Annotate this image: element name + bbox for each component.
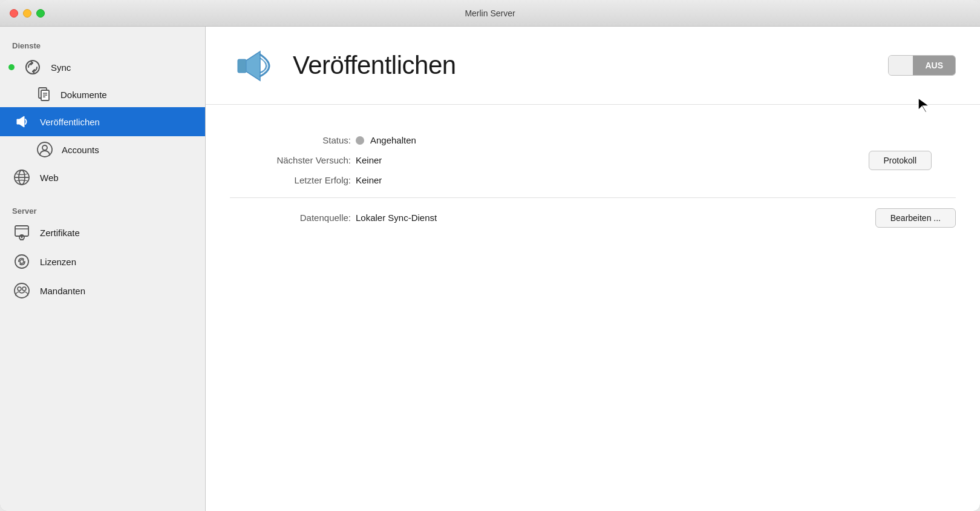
sidebar-item-accounts[interactable]: Accounts [0,136,205,163]
sidebar-item-zertifikate-label: Zertifikate [40,228,80,238]
svg-point-21 [22,287,26,291]
web-icon [12,168,31,187]
protokoll-button[interactable]: Protokoll [869,151,932,170]
content-megaphone-icon [230,41,278,90]
content-body: Status: Angehalten Nächster Versuch: Kei… [206,105,980,256]
content-header: Veröffentlichen AUS [206,27,980,105]
sidebar-item-sync-label: Sync [51,62,71,73]
veroeffentlichen-icon [12,112,31,131]
sidebar-item-lizenzen-label: Lizenzen [40,257,76,267]
svg-point-7 [42,145,47,150]
power-toggle[interactable]: AUS [888,55,956,76]
status-row: Status: Angehalten [230,135,956,145]
sidebar-item-accounts-label: Accounts [62,145,99,155]
minimize-button[interactable] [23,9,31,18]
status-text: Angehalten [370,135,416,145]
sidebar-item-mandanten[interactable]: Mandanten [0,276,205,305]
sync-icon [23,58,42,77]
window-controls [10,9,45,18]
datasource-section: Datenquelle: Lokaler Sync-Dienst Bearbei… [230,198,956,237]
svg-point-20 [18,287,21,291]
letzter-erfolg-label: Letzter Erfolg: [230,175,351,185]
sidebar-item-veroeffentlichen-label: Veröffentlichen [40,117,100,127]
status-section: Status: Angehalten Nächster Versuch: Kei… [230,123,956,198]
sidebar-item-dokumente-label: Dokumente [60,90,107,100]
sidebar-item-dokumente[interactable]: Dokumente [0,82,205,107]
svg-rect-22 [238,59,246,73]
letzter-erfolg-value: Keiner [356,175,382,185]
toggle-off-button[interactable]: AUS [913,56,955,75]
sync-status-dot [8,64,15,70]
naechster-versuch-value: Keiner [356,155,382,165]
sidebar-item-mandanten-label: Mandanten [40,286,85,296]
letzter-erfolg-row: Letzter Erfolg: Keiner [230,175,956,185]
close-button[interactable] [10,9,18,18]
naechster-versuch-row: Nächster Versuch: Keiner Protokoll [230,155,956,165]
zertifikate-icon [12,223,31,242]
maximize-button[interactable] [36,9,45,18]
svg-point-17 [15,255,28,268]
sidebar: Dienste Sync [0,27,206,511]
svg-point-18 [20,260,24,263]
sidebar-item-lizenzen[interactable]: Lizenzen [0,247,205,276]
app-window: Merlin Server Dienste Sync [0,0,980,511]
sidebar-section-server: Server [0,202,205,218]
content-title: Veröffentlichen [293,51,456,80]
sidebar-item-veroeffentlichen[interactable]: Veröffentlichen [0,107,205,136]
toggle-on-button[interactable] [889,56,913,75]
sidebar-item-web[interactable]: Web [0,163,205,192]
status-indicator-dot [356,136,364,145]
accounts-icon [36,141,53,158]
svg-point-15 [21,237,23,239]
main-content: Dienste Sync [0,27,980,511]
bearbeiten-button[interactable]: Bearbeiten ... [875,208,956,228]
titlebar: Merlin Server [0,0,980,27]
sidebar-item-sync[interactable]: Sync [0,53,205,82]
svg-point-19 [15,283,29,298]
sidebar-section-dienste: Dienste [0,36,205,53]
sidebar-item-web-label: Web [40,173,59,183]
status-label: Status: [230,135,351,145]
content-area: Veröffentlichen AUS Status: Angeha [206,27,980,511]
datenquelle-label: Datenquelle: [230,213,351,223]
mandanten-icon [12,281,31,300]
lizenzen-icon [12,252,31,271]
status-value: Angehalten [356,135,416,145]
naechster-versuch-label: Nächster Versuch: [230,155,351,165]
sidebar-item-zertifikate[interactable]: Zertifikate [0,218,205,247]
dokumente-icon [36,87,52,102]
window-title: Merlin Server [465,8,515,18]
datenquelle-value: Lokaler Sync-Dienst [356,213,437,223]
